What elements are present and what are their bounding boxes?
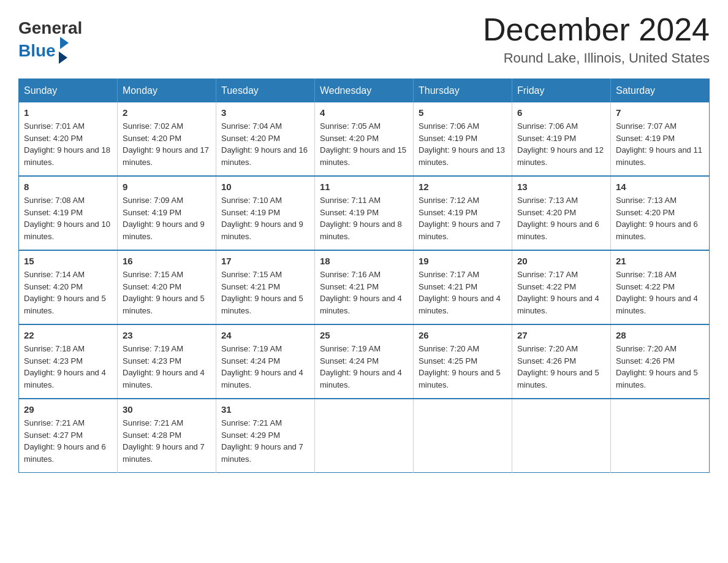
sunset-label: Sunset: 4:26 PM	[616, 356, 675, 366]
header-row: Sunday Monday Tuesday Wednesday Thursday…	[19, 79, 710, 103]
sunrise-label: Sunrise: 7:19 AM	[123, 344, 183, 353]
sunset-label: Sunset: 4:19 PM	[517, 134, 576, 143]
sunrise-label: Sunrise: 7:04 AM	[221, 121, 282, 131]
calendar-cell: 18 Sunrise: 7:16 AM Sunset: 4:21 PM Dayl…	[315, 250, 414, 324]
day-info: Sunrise: 7:17 AM Sunset: 4:22 PM Dayligh…	[517, 269, 605, 316]
calendar-cell: 15 Sunrise: 7:14 AM Sunset: 4:20 PM Dayl…	[19, 250, 118, 324]
location-title: Round Lake, Illinois, United States	[483, 50, 710, 66]
day-info: Sunrise: 7:21 AM Sunset: 4:29 PM Dayligh…	[221, 417, 309, 465]
calendar-cell: 27 Sunrise: 7:20 AM Sunset: 4:26 PM Dayl…	[512, 324, 611, 399]
day-info: Sunrise: 7:19 AM Sunset: 4:24 PM Dayligh…	[221, 343, 309, 391]
day-number: 8	[24, 182, 112, 192]
calendar-cell	[315, 399, 414, 473]
calendar-cell	[414, 399, 512, 473]
calendar-cell: 10 Sunrise: 7:10 AM Sunset: 4:19 PM Dayl…	[216, 176, 315, 250]
calendar-cell: 7 Sunrise: 7:07 AM Sunset: 4:19 PM Dayli…	[611, 102, 710, 176]
day-number: 22	[24, 330, 112, 340]
day-number: 17	[221, 256, 309, 266]
daylight-label: Daylight: 9 hours and 4 minutes.	[123, 368, 205, 389]
calendar-cell: 1 Sunrise: 7:01 AM Sunset: 4:20 PM Dayli…	[19, 102, 118, 176]
sunrise-label: Sunrise: 7:13 AM	[616, 196, 677, 205]
sunrise-label: Sunrise: 7:17 AM	[517, 270, 578, 279]
sunset-label: Sunset: 4:24 PM	[320, 356, 379, 366]
day-number: 18	[320, 256, 408, 266]
col-tuesday: Tuesday	[216, 79, 315, 103]
calendar-week-row: 1 Sunrise: 7:01 AM Sunset: 4:20 PM Dayli…	[19, 102, 710, 176]
sunset-label: Sunset: 4:20 PM	[517, 208, 576, 217]
daylight-label: Daylight: 9 hours and 9 minutes.	[123, 220, 205, 241]
day-number: 30	[123, 404, 211, 415]
day-number: 5	[419, 107, 507, 118]
logo-general-text: General	[18, 18, 82, 38]
day-info: Sunrise: 7:15 AM Sunset: 4:21 PM Dayligh…	[221, 269, 309, 316]
day-info: Sunrise: 7:18 AM Sunset: 4:22 PM Dayligh…	[616, 269, 704, 316]
sunrise-label: Sunrise: 7:06 AM	[517, 121, 578, 131]
sunrise-label: Sunrise: 7:21 AM	[24, 418, 85, 427]
day-number: 4	[320, 107, 408, 118]
daylight-label: Daylight: 9 hours and 5 minutes.	[24, 294, 106, 315]
calendar-header: Sunday Monday Tuesday Wednesday Thursday…	[19, 79, 710, 103]
calendar-cell: 12 Sunrise: 7:12 AM Sunset: 4:19 PM Dayl…	[414, 176, 512, 250]
page-header: General Blue December 2024 Round Lake, I…	[18, 12, 710, 66]
calendar-cell: 26 Sunrise: 7:20 AM Sunset: 4:25 PM Dayl…	[414, 324, 512, 399]
sunrise-label: Sunrise: 7:16 AM	[320, 270, 381, 279]
sunset-label: Sunset: 4:20 PM	[24, 282, 83, 291]
daylight-label: Daylight: 9 hours and 6 minutes.	[616, 220, 698, 241]
sunrise-label: Sunrise: 7:14 AM	[24, 270, 85, 279]
calendar-cell: 3 Sunrise: 7:04 AM Sunset: 4:20 PM Dayli…	[216, 102, 315, 176]
day-info: Sunrise: 7:14 AM Sunset: 4:20 PM Dayligh…	[24, 269, 112, 316]
logo-arrow-top-icon	[60, 37, 69, 49]
sunrise-label: Sunrise: 7:15 AM	[221, 270, 282, 279]
sunset-label: Sunset: 4:19 PM	[419, 208, 477, 217]
daylight-label: Daylight: 9 hours and 4 minutes.	[320, 294, 402, 315]
month-title: December 2024	[483, 12, 710, 47]
calendar-cell: 13 Sunrise: 7:13 AM Sunset: 4:20 PM Dayl…	[512, 176, 611, 250]
sunrise-label: Sunrise: 7:09 AM	[123, 196, 183, 205]
sunrise-label: Sunrise: 7:18 AM	[616, 270, 677, 279]
sunset-label: Sunset: 4:27 PM	[24, 431, 83, 440]
sunset-label: Sunset: 4:23 PM	[123, 356, 181, 366]
sunset-label: Sunset: 4:20 PM	[123, 282, 181, 291]
sunset-label: Sunset: 4:29 PM	[221, 431, 280, 440]
day-info: Sunrise: 7:16 AM Sunset: 4:21 PM Dayligh…	[320, 269, 408, 316]
sunrise-label: Sunrise: 7:19 AM	[221, 344, 282, 353]
day-number: 10	[221, 182, 309, 192]
day-info: Sunrise: 7:10 AM Sunset: 4:19 PM Dayligh…	[221, 194, 309, 242]
sunrise-label: Sunrise: 7:01 AM	[24, 121, 85, 131]
calendar-cell: 19 Sunrise: 7:17 AM Sunset: 4:21 PM Dayl…	[414, 250, 512, 324]
sunset-label: Sunset: 4:22 PM	[616, 282, 675, 291]
logo-arrow-bottom-icon	[59, 52, 67, 64]
sunset-label: Sunset: 4:20 PM	[320, 134, 379, 143]
day-info: Sunrise: 7:06 AM Sunset: 4:19 PM Dayligh…	[419, 120, 507, 168]
day-info: Sunrise: 7:20 AM Sunset: 4:25 PM Dayligh…	[419, 343, 507, 391]
sunrise-label: Sunrise: 7:08 AM	[24, 196, 85, 205]
day-info: Sunrise: 7:17 AM Sunset: 4:21 PM Dayligh…	[419, 269, 507, 316]
daylight-label: Daylight: 9 hours and 7 minutes.	[419, 220, 501, 241]
day-info: Sunrise: 7:13 AM Sunset: 4:20 PM Dayligh…	[616, 194, 704, 242]
calendar-cell: 29 Sunrise: 7:21 AM Sunset: 4:27 PM Dayl…	[19, 399, 118, 473]
sunset-label: Sunset: 4:19 PM	[123, 208, 181, 217]
daylight-label: Daylight: 9 hours and 6 minutes.	[24, 442, 106, 464]
col-wednesday: Wednesday	[315, 79, 414, 103]
sunrise-label: Sunrise: 7:21 AM	[123, 418, 183, 427]
sunrise-label: Sunrise: 7:20 AM	[517, 344, 578, 353]
daylight-label: Daylight: 9 hours and 7 minutes.	[221, 442, 303, 464]
sunrise-label: Sunrise: 7:06 AM	[419, 121, 479, 131]
day-number: 6	[517, 107, 605, 118]
day-info: Sunrise: 7:21 AM Sunset: 4:27 PM Dayligh…	[24, 417, 112, 465]
day-number: 3	[221, 107, 309, 118]
daylight-label: Daylight: 9 hours and 4 minutes.	[616, 294, 698, 315]
sunrise-label: Sunrise: 7:19 AM	[320, 344, 381, 353]
day-number: 21	[616, 256, 704, 266]
calendar-cell: 21 Sunrise: 7:18 AM Sunset: 4:22 PM Dayl…	[611, 250, 710, 324]
daylight-label: Daylight: 9 hours and 17 minutes.	[123, 145, 209, 167]
calendar-cell: 17 Sunrise: 7:15 AM Sunset: 4:21 PM Dayl…	[216, 250, 315, 324]
day-number: 2	[123, 107, 211, 118]
logo-blue-text: Blue	[18, 38, 69, 64]
sunrise-label: Sunrise: 7:11 AM	[320, 196, 381, 205]
day-info: Sunrise: 7:20 AM Sunset: 4:26 PM Dayligh…	[616, 343, 704, 391]
daylight-label: Daylight: 9 hours and 7 minutes.	[123, 442, 205, 464]
daylight-label: Daylight: 9 hours and 8 minutes.	[320, 220, 402, 241]
calendar-cell: 31 Sunrise: 7:21 AM Sunset: 4:29 PM Dayl…	[216, 399, 315, 473]
day-number: 9	[123, 182, 211, 192]
